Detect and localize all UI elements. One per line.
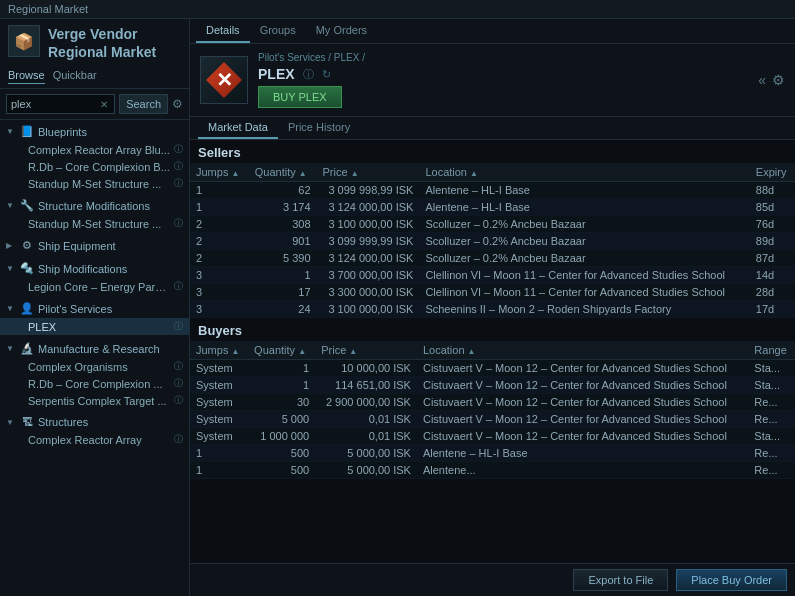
col-quantity-sellers[interactable]: Quantity ▲ [249,163,317,182]
list-item-plex[interactable]: PLEX ⓘ [0,318,189,335]
cell-jumps: System [190,360,248,377]
tab-market-data[interactable]: Market Data [198,117,278,139]
table-row[interactable]: System 5 000 0,01 ISK Cistuvaert V – Moo… [190,411,795,428]
cell-location: Clellinon VI – Moon 11 – Center for Adva… [419,267,749,284]
table-row[interactable]: System 1 000 000 0,01 ISK Cistuvaert V –… [190,428,795,445]
cell-range: Re... [748,411,795,428]
main-layout: 📦 Verge Vendor Regional Market Browse Qu… [0,19,795,596]
info-icon[interactable]: ⓘ [174,160,183,173]
cell-price: 3 099 998,99 ISK [317,182,420,199]
table-row[interactable]: 1 62 3 099 998,99 ISK Alentene – HL-I Ba… [190,182,795,199]
tab-my-orders[interactable]: My Orders [306,19,377,43]
list-item[interactable]: Standup M-Set Structure ... ⓘ [0,215,189,232]
tree-label-pilots-services: Pilot's Services [38,303,183,315]
col-quantity-buyers[interactable]: Quantity ▲ [248,341,315,360]
buy-plex-button[interactable]: BUY PLEX [258,86,342,108]
tree-header-blueprints[interactable]: ▼ 📘 Blueprints [0,122,189,141]
table-row[interactable]: System 1 114 651,00 ISK Cistuvaert V – M… [190,377,795,394]
table-row[interactable]: 3 1 3 700 000,00 ISK Clellinon VI – Moon… [190,267,795,284]
cell-price: 3 124 000,00 ISK [317,250,420,267]
table-row[interactable]: 2 308 3 100 000,00 ISK Scolluzer – 0.2% … [190,216,795,233]
tab-browse[interactable]: Browse [8,67,45,84]
tab-details[interactable]: Details [196,19,250,43]
table-row[interactable]: System 1 10 000,00 ISK Cistuvaert V – Mo… [190,360,795,377]
tree-label-structures: Structures [38,416,183,428]
cell-quantity: 500 [248,462,315,479]
buyers-table: Jumps ▲ Quantity ▲ Price ▲ Location ▲ Ra… [190,341,795,479]
search-button[interactable]: Search [119,94,168,114]
cell-quantity: 1 000 000 [248,428,315,445]
info-icon[interactable]: ⓘ [174,360,183,373]
list-item[interactable]: Complex Reactor Array Blu... ⓘ [0,141,189,158]
table-row[interactable]: 1 500 5 000,00 ISK Alentene... Re... [190,462,795,479]
col-location-buyers[interactable]: Location ▲ [417,341,748,360]
col-jumps-sellers[interactable]: Jumps ▲ [190,163,249,182]
sort-arrow: ▲ [468,347,476,356]
cell-location: Alentene – HL-I Base [419,199,749,216]
table-row[interactable]: 2 901 3 099 999,99 ISK Scolluzer – 0.2% … [190,233,795,250]
export-to-file-button[interactable]: Export to File [573,569,668,591]
info-icon[interactable]: ⓘ [174,143,183,156]
col-expiry-sellers[interactable]: Expiry [750,163,795,182]
tree-label-blueprints: Blueprints [38,126,183,138]
info-icon[interactable]: ⓘ [174,280,183,293]
list-item[interactable]: R.Db – Core Complexion ... ⓘ [0,375,189,392]
tree-item-label: Legion Core – Energy Para... [28,281,170,293]
cell-jumps: 2 [190,216,249,233]
tab-groups[interactable]: Groups [250,19,306,43]
bottom-bar: Export to File Place Buy Order [190,563,795,596]
table-row[interactable]: 3 17 3 300 000,00 ISK Clellinon VI – Moo… [190,284,795,301]
search-clear-icon[interactable]: ✕ [98,99,110,110]
col-location-sellers[interactable]: Location ▲ [419,163,749,182]
nav-settings-icon[interactable]: ⚙ [772,72,785,88]
cell-price: 3 100 000,00 ISK [317,301,420,318]
info-icon[interactable]: ⓘ [174,177,183,190]
table-row[interactable]: 1 3 174 3 124 000,00 ISK Alentene – HL-I… [190,199,795,216]
tree-header-structure-mods[interactable]: ▼ 🔧 Structure Modifications [0,196,189,215]
cell-range: Re... [748,462,795,479]
tree-header-pilots-services[interactable]: ▼ 👤 Pilot's Services [0,299,189,318]
table-row[interactable]: 2 5 390 3 124 000,00 ISK Scolluzer – 0.2… [190,250,795,267]
settings-icon[interactable]: ⚙ [172,97,183,111]
list-item[interactable]: Serpentis Complex Target ... ⓘ [0,392,189,409]
list-item[interactable]: R.Db – Core Complexion B... ⓘ [0,158,189,175]
table-row[interactable]: 3 24 3 100 000,00 ISK Scheenins II – Moo… [190,301,795,318]
info-icon[interactable]: ⓘ [174,320,183,333]
nav-back-icon[interactable]: « [758,72,766,88]
search-input[interactable] [11,98,98,110]
cell-expiry: 76d [750,216,795,233]
info-icon[interactable]: ⓘ [174,394,183,407]
cell-location: Alentene – HL-I Base [417,445,748,462]
cell-jumps: System [190,428,248,445]
col-price-buyers[interactable]: Price ▲ [315,341,417,360]
list-item[interactable]: Complex Reactor Array ⓘ [0,431,189,448]
tree-header-structures[interactable]: ▼ 🏗 Structures [0,413,189,431]
tree-header-ship-mods[interactable]: ▼ 🔩 Ship Modifications [0,259,189,278]
item-refresh-icon[interactable]: ↻ [322,68,331,81]
list-item[interactable]: Legion Core – Energy Para... ⓘ [0,278,189,295]
tree-arrow-ship-equipment: ▶ [6,241,16,250]
cell-location: Scolluzer – 0.2% Ancbeu Bazaar [419,250,749,267]
tab-price-history[interactable]: Price History [278,117,360,139]
tree-header-manufacture[interactable]: ▼ 🔬 Manufacture & Research [0,339,189,358]
col-range-buyers[interactable]: Range [748,341,795,360]
tree-header-ship-equipment[interactable]: ▶ ⚙ Ship Equipment [0,236,189,255]
cell-jumps: System [190,394,248,411]
info-icon[interactable]: ⓘ [174,377,183,390]
col-jumps-buyers[interactable]: Jumps ▲ [190,341,248,360]
item-header: ✕ Pilot's Services / PLEX / PLEX ⓘ ↻ BUY… [190,44,795,117]
info-icon[interactable]: ⓘ [174,433,183,446]
tree-item-label: Serpentis Complex Target ... [28,395,170,407]
info-icon[interactable]: ⓘ [174,217,183,230]
sidebar-content: ▼ 📘 Blueprints Complex Reactor Array Blu… [0,120,189,596]
list-item[interactable]: Standup M-Set Structure ... ⓘ [0,175,189,192]
list-item[interactable]: Complex Organisms ⓘ [0,358,189,375]
cell-range: Sta... [748,360,795,377]
place-buy-order-button[interactable]: Place Buy Order [676,569,787,591]
item-info-icon[interactable]: ⓘ [303,67,314,82]
table-row[interactable]: System 30 2 900 000,00 ISK Cistuvaert V … [190,394,795,411]
table-row[interactable]: 1 500 5 000,00 ISK Alentene – HL-I Base … [190,445,795,462]
cell-location: Clellinon VI – Moon 11 – Center for Adva… [419,284,749,301]
col-price-sellers[interactable]: Price ▲ [317,163,420,182]
tab-quickbar[interactable]: Quickbar [53,67,97,84]
